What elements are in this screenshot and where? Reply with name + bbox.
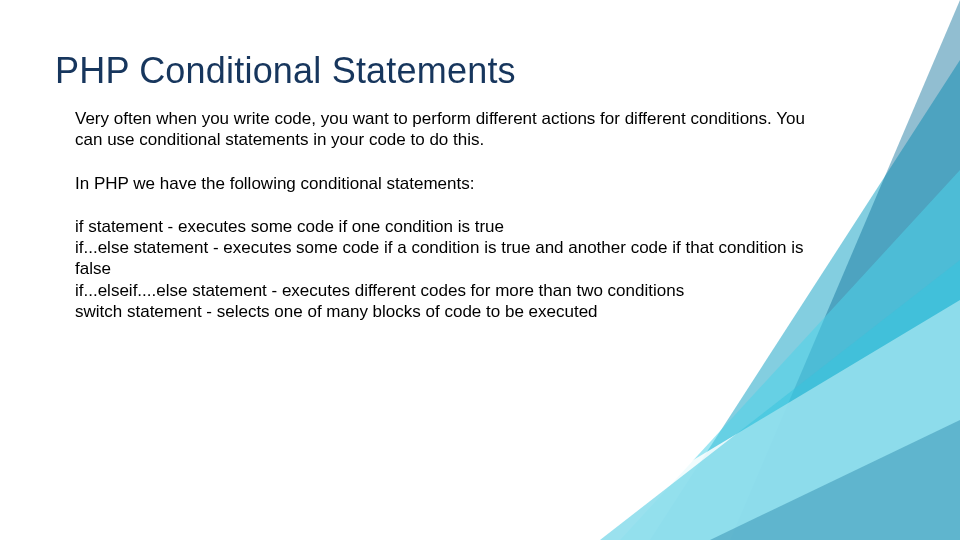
spacer xyxy=(75,151,835,173)
intro-paragraph-2: In PHP we have the following conditional… xyxy=(75,173,835,194)
statement-list: if statement - executes some code if one… xyxy=(75,216,835,322)
spacer xyxy=(75,194,835,216)
svg-marker-6 xyxy=(710,420,960,540)
list-item: if...elseif....else statement - executes… xyxy=(75,280,835,301)
slide-body: Very often when you write code, you want… xyxy=(75,108,835,322)
intro-paragraph-1: Very often when you write code, you want… xyxy=(75,108,835,151)
list-item: if statement - executes some code if one… xyxy=(75,216,835,237)
svg-marker-4 xyxy=(560,300,960,540)
slide-title: PHP Conditional Statements xyxy=(55,50,516,92)
list-item: if...else statement - executes some code… xyxy=(75,237,835,280)
list-item: switch statement - selects one of many b… xyxy=(75,301,835,322)
slide: PHP Conditional Statements Very often wh… xyxy=(0,0,960,540)
